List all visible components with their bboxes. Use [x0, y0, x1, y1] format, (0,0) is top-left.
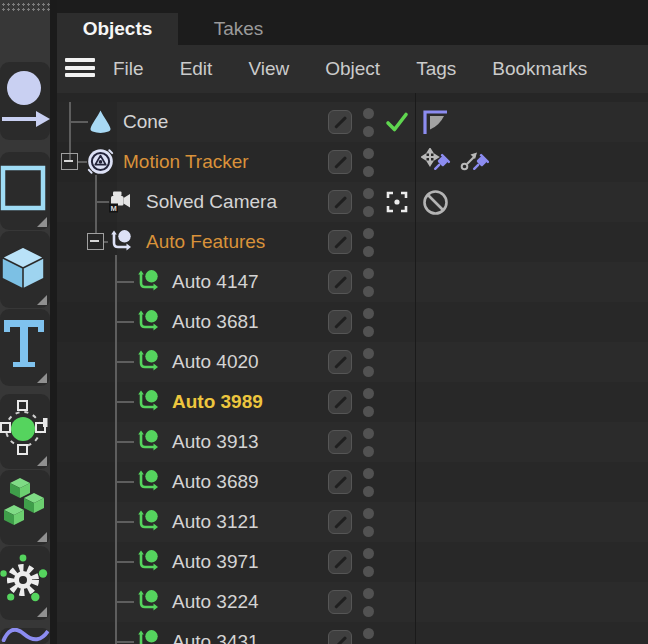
editor-visibility-dot[interactable] — [363, 188, 374, 199]
menu-item-view[interactable]: View — [248, 58, 289, 80]
tree-row-cone[interactable]: Cone — [57, 102, 648, 142]
editor-visibility-dot[interactable] — [363, 388, 374, 399]
menu-item-edit[interactable]: Edit — [180, 58, 213, 80]
editor-visibility-dot[interactable] — [363, 428, 374, 439]
feature-green-icon[interactable] — [135, 348, 162, 375]
tree-row-auto-3913[interactable]: Auto 3913 — [57, 422, 648, 462]
pencil-edit-toggle-icon[interactable] — [328, 390, 352, 414]
object-name[interactable]: Auto 3681 — [172, 302, 259, 342]
menu-item-file[interactable]: File — [113, 58, 144, 80]
pencil-edit-toggle-icon[interactable] — [328, 150, 352, 174]
camera-icon[interactable]: M — [108, 188, 135, 215]
object-name[interactable]: Auto 3689 — [172, 462, 259, 502]
editor-visibility-dot[interactable] — [363, 508, 374, 519]
tree-row-auto-4147[interactable]: Auto 4147 — [57, 262, 648, 302]
tree-row-auto-3121[interactable]: Auto 3121 — [57, 502, 648, 542]
feature-light-icon[interactable] — [108, 228, 135, 255]
pin-vector-tag-icon[interactable] — [459, 148, 487, 176]
pencil-edit-toggle-icon[interactable] — [328, 550, 352, 574]
hamburger-menu-icon[interactable] — [65, 58, 95, 80]
object-name[interactable]: Auto 3989 — [172, 382, 263, 422]
editor-visibility-dot[interactable] — [363, 548, 374, 559]
pin-move-tag-icon[interactable] — [421, 148, 449, 176]
tree-row-solved-camera[interactable]: MSolved Camera — [57, 182, 648, 222]
feature-green-icon[interactable] — [135, 308, 162, 335]
render-visibility-dot[interactable] — [363, 446, 374, 457]
editor-visibility-dot[interactable] — [363, 348, 374, 359]
tool-cube-primitive-tool[interactable] — [0, 231, 50, 308]
object-name[interactable]: Solved Camera — [146, 182, 277, 222]
collapse-expander[interactable] — [87, 233, 104, 250]
render-visibility-dot[interactable] — [363, 126, 374, 137]
editor-visibility-dot[interactable] — [363, 308, 374, 319]
tool-rectangle-spline-tool[interactable] — [0, 152, 50, 230]
feature-green-icon[interactable] — [135, 548, 162, 575]
prohibit-tag-icon[interactable] — [421, 188, 449, 216]
render-visibility-dot[interactable] — [363, 166, 374, 177]
editor-visibility-dot[interactable] — [363, 588, 374, 599]
pencil-edit-toggle-icon[interactable] — [328, 350, 352, 374]
palette-drag-handle[interactable] — [1, 2, 50, 12]
object-name[interactable]: Auto 3121 — [172, 502, 259, 542]
menu-item-tags[interactable]: Tags — [416, 58, 456, 80]
editor-visibility-dot[interactable] — [363, 108, 374, 119]
tab-objects[interactable]: Objects — [57, 13, 178, 45]
menu-item-bookmarks[interactable]: Bookmarks — [492, 58, 587, 80]
pencil-edit-toggle-icon[interactable] — [328, 190, 352, 214]
cone-icon[interactable] — [87, 108, 114, 135]
motion-tracker-icon[interactable] — [87, 148, 114, 175]
object-name[interactable]: Auto 3431 — [172, 622, 259, 644]
tree-row-auto-features[interactable]: Auto Features — [57, 222, 648, 262]
render-visibility-dot[interactable] — [363, 526, 374, 537]
render-visibility-dot[interactable] — [363, 206, 374, 217]
tree-row-motion-tracker[interactable]: Motion Tracker — [57, 142, 648, 182]
object-name[interactable]: Auto 3971 — [172, 542, 259, 582]
pencil-edit-toggle-icon[interactable] — [328, 470, 352, 494]
tool-field-tool[interactable] — [0, 394, 50, 469]
object-name[interactable]: Auto 3913 — [172, 422, 259, 462]
feature-green-icon[interactable] — [135, 508, 162, 535]
render-visibility-dot[interactable] — [363, 606, 374, 617]
object-name[interactable]: Auto 4147 — [172, 262, 259, 302]
tool-simulate-move-tool[interactable] — [0, 62, 50, 140]
object-name[interactable]: Auto 4020 — [172, 342, 259, 382]
render-visibility-dot[interactable] — [363, 286, 374, 297]
pencil-edit-toggle-icon[interactable] — [328, 510, 352, 534]
tool-text-tool[interactable] — [0, 309, 50, 386]
tree-row-auto-3681[interactable]: Auto 3681 — [57, 302, 648, 342]
feature-green-icon[interactable] — [135, 628, 162, 644]
flag-tag-icon[interactable] — [421, 108, 449, 136]
active-camera-crosshair-icon[interactable] — [384, 189, 410, 215]
feature-green-icon[interactable] — [135, 588, 162, 615]
collapse-expander[interactable] — [61, 153, 78, 170]
tree-row-auto-3971[interactable]: Auto 3971 — [57, 542, 648, 582]
tool-simulation-gear-tool[interactable] — [0, 546, 50, 620]
tree-row-auto-3431[interactable]: Auto 3431 — [57, 622, 648, 644]
pencil-edit-toggle-icon[interactable] — [328, 590, 352, 614]
feature-green-icon[interactable] — [135, 388, 162, 415]
tree-row-auto-3224[interactable]: Auto 3224 — [57, 582, 648, 622]
tool-spline-pen-tool[interactable] — [0, 628, 50, 644]
editor-visibility-dot[interactable] — [363, 468, 374, 479]
object-name[interactable]: Auto 3224 — [172, 582, 259, 622]
tool-array-generator-tool[interactable] — [0, 470, 50, 545]
feature-green-icon[interactable] — [135, 428, 162, 455]
object-name[interactable]: Motion Tracker — [123, 142, 249, 182]
object-name[interactable]: Auto Features — [146, 222, 265, 262]
pencil-edit-toggle-icon[interactable] — [328, 430, 352, 454]
editor-visibility-dot[interactable] — [363, 148, 374, 159]
editor-visibility-dot[interactable] — [363, 228, 374, 239]
render-visibility-dot[interactable] — [363, 486, 374, 497]
editor-visibility-dot[interactable] — [363, 268, 374, 279]
menu-item-object[interactable]: Object — [325, 58, 380, 80]
object-name[interactable]: Cone — [123, 102, 168, 142]
render-visibility-dot[interactable] — [363, 566, 374, 577]
pencil-edit-toggle-icon[interactable] — [328, 230, 352, 254]
render-visibility-dot[interactable] — [363, 406, 374, 417]
feature-green-icon[interactable] — [135, 468, 162, 495]
tab-takes[interactable]: Takes — [178, 13, 299, 45]
render-visibility-dot[interactable] — [363, 326, 374, 337]
pencil-edit-toggle-icon[interactable] — [328, 630, 352, 644]
pencil-edit-toggle-icon[interactable] — [328, 310, 352, 334]
editor-visibility-dot[interactable] — [363, 628, 374, 639]
